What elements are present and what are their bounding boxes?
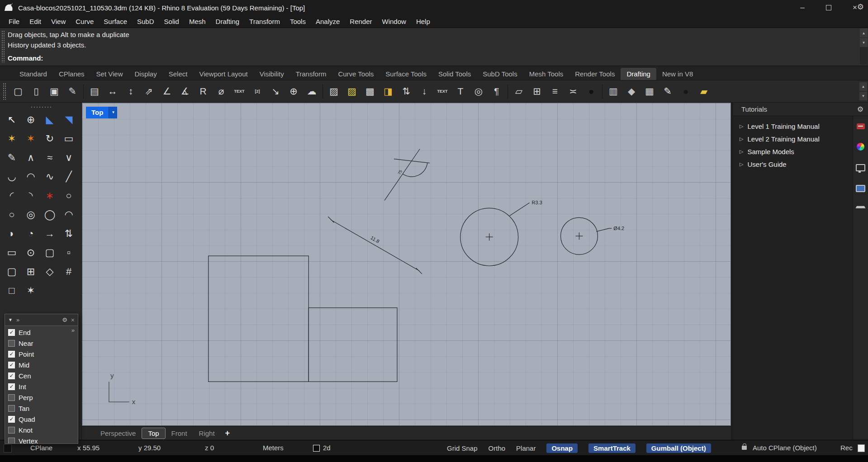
square-center[interactable]: □ bbox=[3, 282, 21, 300]
polygon-grid[interactable]: ⊞ bbox=[22, 263, 40, 281]
command-area-grip[interactable] bbox=[1, 30, 5, 63]
osnap-item[interactable]: ✓ End bbox=[5, 327, 78, 338]
record-history[interactable]: ↻ bbox=[41, 130, 59, 148]
viewport-tab[interactable]: Top bbox=[142, 428, 165, 439]
star[interactable]: ✶ bbox=[22, 282, 40, 300]
toolbar-tab[interactable]: Set View bbox=[90, 68, 129, 80]
revision-cloud[interactable]: ☁ bbox=[303, 82, 321, 100]
layer-name[interactable]: 2d bbox=[323, 440, 331, 456]
hatch-yellow[interactable]: ▨ bbox=[343, 82, 361, 100]
point-dot[interactable]: ⊕ bbox=[285, 82, 303, 100]
save-file[interactable]: ▣ bbox=[45, 82, 63, 100]
open-file[interactable]: ▯ bbox=[27, 82, 45, 100]
rectangle-shape-small[interactable] bbox=[308, 308, 397, 382]
osnap-close-icon[interactable]: × bbox=[71, 316, 75, 324]
cplane-world[interactable]: ◥ bbox=[60, 111, 78, 129]
command-area[interactable]: Drag objects, tap Alt to make a duplicat… bbox=[0, 28, 868, 66]
torus[interactable]: ⊙ bbox=[22, 244, 40, 262]
toolbar-gear-icon[interactable]: ⚙ bbox=[857, 2, 864, 12]
viewport-title[interactable]: Top bbox=[86, 107, 109, 118]
polygon[interactable]: ◇ bbox=[41, 263, 59, 281]
expand-arrow-icon[interactable]: ▷ bbox=[740, 136, 743, 142]
curve-sketch[interactable]: ∿ bbox=[41, 168, 59, 186]
dim-vertical[interactable]: ↕ bbox=[122, 82, 140, 100]
toolbar-tab[interactable]: Viewport Layout bbox=[193, 68, 253, 80]
viewport-canvas[interactable]: R3.3 Ø4.2 11.8 75 y x bbox=[82, 103, 730, 425]
checkbox[interactable]: ✓ bbox=[8, 351, 15, 358]
diameter-leader-line[interactable] bbox=[596, 228, 612, 231]
scroll-down-button[interactable]: ▼ bbox=[860, 38, 868, 47]
dim-radius[interactable]: R bbox=[194, 82, 212, 100]
drafting-pen[interactable]: ✎ bbox=[659, 82, 677, 100]
osnap-item[interactable]: ✓ Int bbox=[5, 381, 78, 392]
toolbar-overflow-spinner[interactable]: ▲ ▼ bbox=[859, 82, 867, 101]
expand-arrow-icon[interactable]: ▷ bbox=[740, 123, 743, 129]
circle-tangent[interactable]: ○ bbox=[60, 187, 78, 205]
filter-funnel-icon[interactable]: ▼ bbox=[8, 317, 13, 322]
edit-template[interactable]: ✎ bbox=[63, 82, 81, 100]
circle-3pt[interactable]: ◎ bbox=[22, 206, 40, 224]
radius-dimension-label[interactable]: R3.3 bbox=[532, 200, 542, 205]
menu-item[interactable]: View bbox=[46, 18, 71, 25]
model-box[interactable]: ◆ bbox=[622, 82, 640, 100]
text-edit[interactable]: TEXT bbox=[433, 82, 451, 100]
spinner-down-button[interactable]: ▼ bbox=[859, 92, 867, 100]
expand-arrow-icon[interactable]: ▷ bbox=[740, 149, 743, 155]
dim-linear[interactable]: ↔ bbox=[104, 82, 122, 100]
osnap-overflow-icon[interactable]: » bbox=[71, 327, 75, 334]
toolbar-tab[interactable]: Render Tools bbox=[569, 68, 621, 80]
text-sphere[interactable]: ● bbox=[677, 82, 695, 100]
cplane-set[interactable]: ◣ bbox=[41, 111, 59, 129]
record-history-label[interactable]: Rec bbox=[840, 440, 853, 456]
osnap-item[interactable]: ✓ Knot bbox=[5, 424, 78, 435]
notes[interactable]: ▤ bbox=[85, 82, 104, 100]
rect-dashed[interactable]: ▫ bbox=[60, 244, 78, 262]
osnap-item[interactable]: ✓ Cen bbox=[5, 370, 78, 381]
line-single[interactable]: ╱ bbox=[60, 168, 78, 186]
viewport-tab[interactable]: Front bbox=[166, 428, 193, 438]
status-toggle[interactable]: Osnap bbox=[546, 443, 578, 453]
viewport-tab[interactable]: Perspective bbox=[95, 428, 142, 438]
checkbox[interactable]: ✓ bbox=[8, 362, 15, 368]
osnap-item[interactable]: ✓ Near bbox=[5, 338, 78, 349]
select-brush[interactable]: ⊕ bbox=[22, 111, 40, 129]
close-button[interactable]: × bbox=[842, 0, 868, 15]
menu-item[interactable]: Drafting bbox=[211, 18, 245, 25]
select-pointer[interactable]: ↖ bbox=[3, 111, 21, 129]
dim-angle[interactable]: ∡ bbox=[176, 82, 194, 100]
tutorial-item[interactable]: ▷ Sample Models bbox=[733, 145, 853, 158]
curve-v[interactable]: ∨ bbox=[60, 149, 78, 167]
point-updown[interactable]: ⇅ bbox=[60, 225, 78, 243]
radius-leader-line[interactable] bbox=[510, 203, 530, 216]
render-sphere[interactable]: ● bbox=[582, 82, 600, 100]
duplicate-sheet[interactable]: ▦ bbox=[640, 82, 659, 100]
viewport-tab[interactable]: Right bbox=[193, 428, 221, 438]
menu-item[interactable]: File bbox=[4, 18, 24, 25]
checkbox[interactable]: ✓ bbox=[8, 340, 15, 347]
rect-3pt[interactable]: ▭ bbox=[3, 244, 21, 262]
hatch-solid[interactable]: ▩ bbox=[361, 82, 379, 100]
osnap-gear-icon[interactable]: ⚙ bbox=[62, 316, 67, 323]
panel-gear-icon[interactable]: ⚙ bbox=[857, 105, 863, 113]
angle-dimension-lines[interactable] bbox=[384, 149, 430, 201]
expand-arrow-icon[interactable]: ▷ bbox=[740, 161, 743, 167]
curve-blend[interactable]: ◜ bbox=[3, 187, 21, 205]
length-dimension-label[interactable]: 11.8 bbox=[370, 235, 380, 244]
toolbar-tab[interactable]: Visibility bbox=[254, 68, 290, 80]
curve-interpolate[interactable]: ≈ bbox=[41, 149, 59, 167]
minimize-button[interactable]: – bbox=[789, 0, 816, 15]
tutorial-item[interactable]: ▷ Level 1 Training Manual bbox=[733, 120, 853, 132]
menu-item[interactable]: Curve bbox=[71, 18, 99, 25]
status-toggle[interactable]: Planar bbox=[516, 444, 536, 452]
align-spacing[interactable]: ≍ bbox=[564, 82, 582, 100]
viewport-title-dropdown[interactable]: ▼ bbox=[109, 107, 117, 118]
viewport-title-button[interactable]: Top ▼ bbox=[86, 107, 117, 118]
checkbox[interactable]: ✓ bbox=[8, 438, 15, 444]
tutorial-item[interactable]: ▷ User's Guide bbox=[733, 158, 853, 170]
arc-tangent[interactable]: ◔ bbox=[22, 225, 40, 243]
checkbox[interactable]: ✓ bbox=[8, 372, 15, 379]
lock-icon[interactable] bbox=[742, 446, 747, 450]
dim-rotated[interactable]: ∠ bbox=[158, 82, 176, 100]
checkbox[interactable]: ✓ bbox=[8, 416, 15, 423]
osnap-burst[interactable]: ✶ bbox=[3, 130, 21, 148]
